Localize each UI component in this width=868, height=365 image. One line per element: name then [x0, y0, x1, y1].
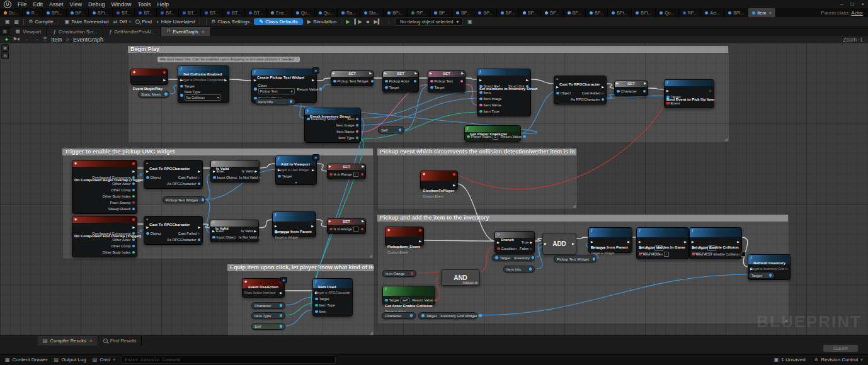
pin-dot[interactable] [280, 314, 283, 317]
set-pickup-text[interactable]: SET▶▶Pickup TextTarget [428, 70, 465, 93]
pin-dot[interactable] [329, 173, 333, 176]
pin[interactable]: Is in Range [329, 227, 358, 232]
exec-pin-icon[interactable]: ▷ [602, 92, 604, 95]
remove-from-parent-2[interactable]: ƒRemove from ParentTarget is Widget▶▶Tar… [588, 227, 632, 253]
asset-tab-0[interactable]: Du... [0, 8, 23, 17]
pin[interactable]: Is in Range✓ [329, 172, 358, 177]
pin-dot[interactable] [180, 85, 183, 88]
pin[interactable]: Item Type [338, 136, 358, 140]
pin[interactable]: Item Name [479, 103, 501, 107]
comment-pickup-event[interactable]: Pickup event which circumvents the colli… [377, 149, 576, 155]
node-header[interactable]: ◇Branch [495, 232, 534, 238]
pin[interactable]: From Sweep [110, 201, 135, 205]
set-actor-enable-collision[interactable]: ƒSet Actor Enable CollisionTarget is Act… [689, 227, 742, 259]
asset-tab-28[interactable]: BPI... [632, 8, 656, 17]
cast-to-rpgcharacter-2[interactable]: »Cast To RPGCharacter▶▶ObjectCast Failed… [144, 160, 203, 189]
pin-dot[interactable] [180, 94, 183, 97]
item-info-pill-2[interactable]: Item Info [503, 266, 535, 272]
pin-dot[interactable] [315, 310, 318, 313]
node-header[interactable]: ƒRemove from ParentTarget is Widget [273, 212, 316, 222]
comment-begin-play[interactable]: Begin Play [128, 46, 728, 53]
stop-icon[interactable]: ■ [367, 20, 370, 25]
pin[interactable]: Item Image [479, 97, 502, 101]
exec-pin-icon[interactable]: ▶ [461, 72, 464, 75]
asset-tab-22[interactable]: BP... [497, 8, 519, 17]
exec-pin-icon[interactable]: ▶ [212, 230, 215, 233]
node-header[interactable]: »Cast To RPGCharacter [554, 76, 606, 82]
pin[interactable]: Is Not Valid▷ [239, 176, 261, 179]
node-header[interactable]: ◆GiveItemToPlayerCustom Event [421, 171, 457, 181]
and-gate[interactable]: ANDAdd pin ⊕ [441, 269, 480, 286]
pin-dot[interactable] [146, 176, 149, 179]
pin[interactable]: Return Value [297, 87, 323, 91]
get-player-character[interactable]: ƒGet Player CharacterPlayer Index0Return… [464, 125, 521, 142]
pin-dot[interactable] [385, 80, 388, 83]
pin[interactable]: Pickup Actor [385, 79, 409, 83]
unsaved-indicator[interactable]: ▣ 1 Unsaved [774, 357, 806, 362]
asset-tab-3[interactable]: BP... [67, 8, 89, 17]
node-header[interactable]: »Cast To RPGCharacter [144, 216, 202, 223]
panel-icon[interactable]: ▣ [1, 44, 9, 52]
exec-pin-icon[interactable]: ▶ [384, 72, 387, 75]
pin-dot[interactable] [212, 236, 215, 239]
save-icon[interactable]: ▣ [5, 20, 10, 25]
pin-dot[interactable] [202, 198, 205, 201]
asset-tab-33[interactable]: Item× [748, 8, 776, 17]
play-options-icon[interactable]: ⋮ [386, 20, 391, 25]
pin[interactable]: ▶ [602, 86, 604, 89]
item-type-pill[interactable]: Item Type [251, 312, 285, 319]
exec-pin-icon[interactable]: ▶ [254, 170, 257, 173]
pin-dot[interactable] [164, 93, 168, 96]
exec-pin-icon[interactable]: ▷ [258, 236, 261, 239]
character-pill-1[interactable]: Character [382, 312, 416, 319]
pin-dot[interactable] [361, 173, 364, 176]
close-icon[interactable]: × [202, 30, 204, 34]
pin[interactable]: Input Object [213, 176, 237, 179]
pin-dot[interactable] [280, 304, 283, 307]
asset-tab-25[interactable]: BP... [564, 8, 586, 17]
menu-view[interactable]: View [70, 1, 82, 8]
exec-pin-icon[interactable]: ▶ [369, 72, 372, 75]
pin[interactable] [361, 228, 364, 231]
pin-dot[interactable] [198, 239, 201, 242]
pin-dot[interactable] [602, 98, 605, 101]
menu-help[interactable]: Help [157, 1, 169, 8]
pin-dot[interactable] [329, 228, 333, 231]
pin-dot[interactable] [361, 228, 364, 231]
pin-dot[interactable] [356, 130, 359, 133]
give-item-to-player[interactable]: ◆GiveItemToPlayerCustom Event▶ [420, 171, 458, 190]
asset-tab-6[interactable]: BT... [135, 8, 157, 17]
exec-pin-icon[interactable]: ▶ [198, 170, 200, 173]
pin-dot[interactable] [435, 299, 438, 302]
asset-tab-27[interactable]: BPI... [608, 8, 632, 17]
pickup-text-widget-pill-2[interactable]: Pickup Text Widget [554, 256, 597, 262]
pin-dot[interactable] [315, 298, 318, 301]
graph-tab-gethandlerposal---[interactable]: ƒGetHandlerPosAl... [103, 27, 161, 36]
pin-dot[interactable] [319, 87, 323, 91]
pin-dot[interactable] [132, 189, 135, 192]
static-mesh-pill[interactable]: Static Mesh [138, 91, 169, 98]
target-inventory-grid-widget-pill[interactable]: TargetInventory Grid Widget [418, 312, 477, 319]
graph-tab-construction-scr---[interactable]: ƒConstruction Scr... [47, 27, 103, 36]
pin-dot[interactable] [290, 100, 293, 103]
node-header[interactable]: ƒSet Actor Enable CollisionTarget is Act… [690, 228, 741, 237]
asset-tab-19[interactable]: BP... [430, 8, 452, 17]
asset-tab-1[interactable]: R... [23, 8, 43, 17]
class-settings-button[interactable]: ⚙ Class Settings [211, 19, 249, 25]
cast-to-rpgcharacter-1[interactable]: »Cast To RPGCharacter▶▶ObjectCast Failed… [554, 76, 607, 104]
pin[interactable]: Object [146, 232, 161, 235]
add-pin-label[interactable]: Add pin ⊕ [463, 281, 477, 284]
is-in-range-pill[interactable]: Is in Range [382, 270, 416, 277]
tab-find-results[interactable]: Find Results [98, 336, 142, 345]
node-header[interactable]: ƒGet Player Character [465, 126, 520, 132]
asset-tab-24[interactable]: BP... [541, 8, 563, 17]
pin[interactable]: As RPGCharacter [167, 238, 200, 242]
asset-tab-30[interactable]: RP... [679, 8, 702, 17]
dropdown[interactable]: No Collision▾ [185, 94, 221, 101]
self-pill-1[interactable]: Self [378, 126, 404, 133]
asset-tab-7[interactable]: BT... [157, 8, 179, 17]
graph-canvas[interactable]: ▣ ▤ BLUEPRINT Begin PlayTrigger to enabl… [0, 43, 868, 335]
pin-dot[interactable] [307, 118, 310, 121]
exec-pin-icon[interactable]: ▶ [198, 226, 200, 229]
pin-dot[interactable] [430, 86, 433, 89]
